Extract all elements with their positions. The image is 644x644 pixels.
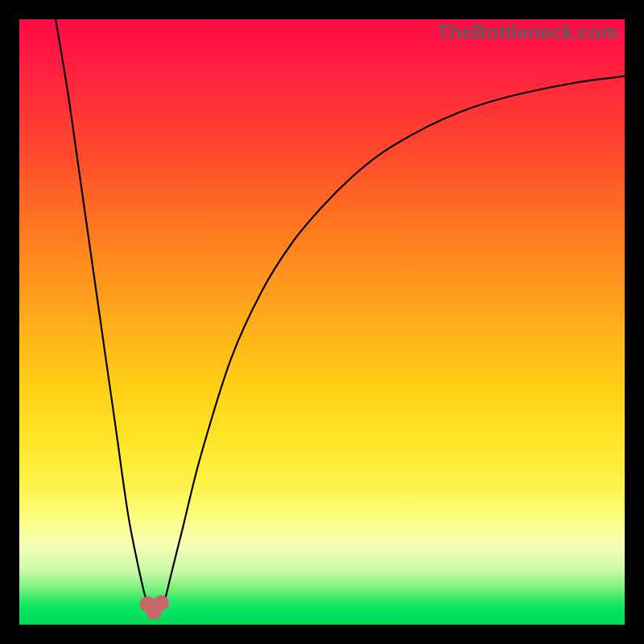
plot-area: TheBottleneck.com — [19, 19, 625, 625]
bottleneck-curve — [56, 19, 625, 614]
valley-markers — [140, 595, 169, 619]
curve-svg — [19, 19, 625, 625]
marker-valley-right — [153, 595, 169, 611]
chart-frame: TheBottleneck.com — [0, 0, 644, 644]
